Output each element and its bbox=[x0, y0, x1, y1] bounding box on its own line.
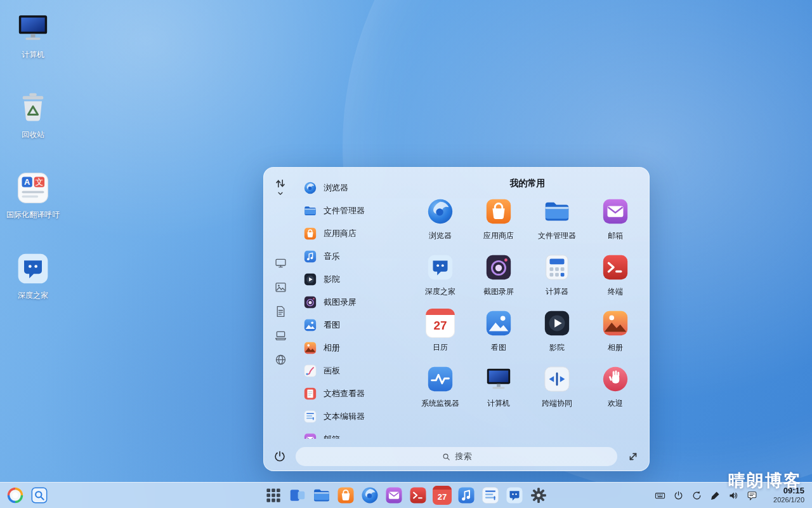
trash-icon bbox=[15, 90, 51, 126]
desktop-icon-computer[interactable]: 计算机 bbox=[5, 10, 61, 60]
dock-app-store[interactable] bbox=[336, 486, 355, 505]
dock-text-editor[interactable] bbox=[481, 486, 500, 505]
grid-icon bbox=[264, 486, 283, 505]
desktop-icon-list: 计算机回收站国际化翻译呼吁深度之家 bbox=[5, 10, 61, 300]
deepin-home-icon bbox=[505, 486, 524, 505]
app-list-item[interactable]: 音乐 bbox=[297, 245, 411, 268]
app-list-item[interactable]: 相册 bbox=[297, 337, 411, 359]
dock-terminal[interactable] bbox=[409, 486, 428, 505]
app-list-item[interactable]: 截图录屏 bbox=[297, 291, 411, 314]
frequent-app-label: 浏览器 bbox=[429, 231, 452, 241]
frequent-app[interactable]: 看图 bbox=[469, 309, 528, 353]
launcher-rail bbox=[264, 168, 297, 443]
album-icon bbox=[303, 341, 317, 355]
frequent-app-label: 计算机 bbox=[487, 398, 510, 409]
docviewer-icon bbox=[303, 387, 317, 401]
category-documents[interactable] bbox=[274, 305, 287, 318]
category-internet[interactable] bbox=[274, 257, 287, 270]
expand-icon bbox=[626, 450, 640, 464]
frequent-app[interactable]: 应用商店 bbox=[469, 197, 528, 241]
category-graphics[interactable] bbox=[274, 281, 287, 294]
app-list-item[interactable]: 看图 bbox=[297, 314, 411, 337]
tray-pen[interactable] bbox=[710, 490, 721, 501]
frequent-app-label: 应用商店 bbox=[483, 231, 514, 241]
tray-keyboard[interactable] bbox=[655, 490, 665, 501]
browser-icon bbox=[426, 197, 455, 226]
frequent-app[interactable]: 浏览器 bbox=[411, 197, 469, 241]
frequent-app-label: 相册 bbox=[608, 342, 623, 353]
dock-grand-search[interactable] bbox=[30, 486, 48, 504]
desktop-icon-translate[interactable]: 国际化翻译呼吁 bbox=[5, 170, 61, 220]
music-icon bbox=[303, 250, 317, 264]
app-list-label: 文本编辑器 bbox=[324, 411, 365, 422]
dock-mail[interactable] bbox=[384, 486, 403, 505]
frequent-app[interactable]: 邮箱 bbox=[586, 197, 645, 241]
app-list-label: 画板 bbox=[324, 365, 340, 377]
category-development[interactable] bbox=[274, 329, 287, 342]
power-icon bbox=[673, 490, 684, 501]
dock-browser[interactable] bbox=[360, 486, 379, 505]
frequent-app-label: 邮箱 bbox=[608, 231, 623, 241]
dock-calendar[interactable]: 27 bbox=[433, 486, 452, 505]
category-internet-icon bbox=[274, 257, 287, 270]
frequent-app-label: 日历 bbox=[433, 342, 448, 353]
app-list-item[interactable]: 文件管理器 bbox=[297, 199, 411, 222]
tray-sync[interactable] bbox=[691, 490, 702, 501]
tray-chat[interactable] bbox=[747, 490, 757, 501]
desktop-icon-label: 深度之家 bbox=[18, 290, 48, 300]
frequent-app[interactable]: 27日历 bbox=[411, 309, 469, 353]
mail-icon bbox=[384, 486, 403, 505]
frequent-app[interactable]: 跨端协同 bbox=[528, 364, 586, 409]
category-documents-icon bbox=[274, 305, 287, 318]
tray-volume[interactable] bbox=[728, 490, 739, 501]
app-list-label: 相册 bbox=[324, 342, 340, 354]
dock-music[interactable] bbox=[457, 486, 476, 505]
launcher-search-field[interactable]: 搜索 bbox=[296, 447, 617, 466]
shutdown-button[interactable] bbox=[273, 450, 287, 464]
launcher-bottom-bar: 搜索 bbox=[264, 443, 649, 471]
app-list-label: 音乐 bbox=[324, 251, 340, 262]
frequent-app[interactable]: 计算器 bbox=[528, 253, 586, 297]
dock-all-apps[interactable] bbox=[264, 486, 283, 505]
app-list-item[interactable]: 应用商店 bbox=[297, 222, 411, 245]
sort-mode-button[interactable] bbox=[273, 177, 287, 198]
app-list-item[interactable]: 文档查看器 bbox=[297, 382, 411, 405]
frequent-app[interactable]: 计算机 bbox=[469, 364, 528, 409]
category-graphics-icon bbox=[274, 281, 287, 294]
frequent-app[interactable]: 截图录屏 bbox=[469, 253, 528, 297]
app-list-item[interactable]: 影院 bbox=[297, 268, 411, 291]
app-list-item[interactable]: 文本编辑器 bbox=[297, 405, 411, 428]
app-list-item[interactable]: 邮箱 bbox=[297, 428, 411, 439]
frequent-app[interactable]: 终端 bbox=[586, 253, 645, 297]
files-icon bbox=[542, 197, 572, 226]
frequent-app[interactable]: 系统监视器 bbox=[411, 364, 469, 409]
dock-file-manager[interactable] bbox=[312, 486, 331, 505]
desktop-icon-deepin-home[interactable]: 深度之家 bbox=[5, 251, 61, 300]
launcher-panel: 浏览器文件管理器应用商店音乐影院截图录屏看图相册画板文档查看器文本编辑器邮箱 我… bbox=[263, 167, 650, 471]
frequent-app-label: 计算器 bbox=[546, 286, 568, 297]
frequent-app[interactable]: 深度之家 bbox=[411, 253, 469, 297]
frequent-app[interactable]: 文件管理器 bbox=[528, 197, 586, 241]
keyboard-icon bbox=[655, 490, 665, 501]
fullscreen-toggle-button[interactable] bbox=[626, 450, 640, 464]
category-system[interactable] bbox=[274, 353, 287, 366]
dock-multitasking[interactable] bbox=[288, 486, 307, 505]
clock-time: 09:15 bbox=[783, 486, 804, 496]
taskbar-clock[interactable]: 09:15 2026/1/20 bbox=[773, 483, 804, 508]
desktop-icon-trash[interactable]: 回收站 bbox=[5, 90, 61, 140]
tray-power[interactable] bbox=[673, 490, 684, 501]
app-list-item[interactable]: 浏览器 bbox=[297, 177, 411, 199]
frequent-app-label: 看图 bbox=[491, 342, 506, 353]
app-list-item[interactable]: 画板 bbox=[297, 359, 411, 382]
frequent-app[interactable]: 相册 bbox=[586, 309, 645, 353]
frequent-app[interactable]: 欢迎 bbox=[586, 364, 645, 409]
app-list-label: 文档查看器 bbox=[324, 388, 365, 399]
dock-launcher[interactable] bbox=[6, 486, 24, 504]
frequent-app[interactable]: 影院 bbox=[528, 309, 586, 353]
dock-deepin-home[interactable] bbox=[505, 486, 524, 505]
computer-icon bbox=[15, 10, 51, 46]
dock-control-center[interactable] bbox=[529, 486, 548, 505]
mail-icon bbox=[601, 197, 630, 226]
app-list-label: 截图录屏 bbox=[324, 297, 357, 308]
frequent-app-label: 深度之家 bbox=[425, 286, 455, 297]
